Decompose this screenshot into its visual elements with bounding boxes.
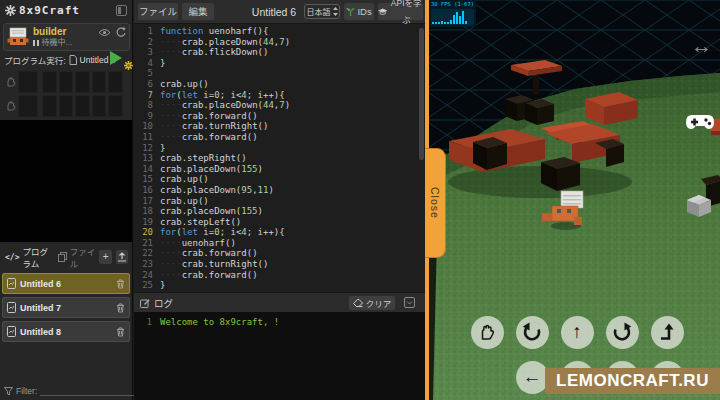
logo-row: 8x9Craft	[0, 0, 132, 21]
close-panel-tab[interactable]: Close	[425, 148, 446, 258]
inventory-slot[interactable]	[42, 71, 57, 93]
menu-file-button[interactable]: ファイル	[138, 3, 178, 20]
language-select[interactable]: 日本語	[304, 4, 340, 19]
inventory-hand-slot[interactable]	[18, 71, 38, 93]
blocks-box-icon[interactable]	[686, 194, 712, 218]
menu-edit-button[interactable]: 編集	[182, 3, 214, 20]
line-number: 9	[134, 111, 160, 122]
funnel-icon	[4, 387, 13, 396]
inventory-hand-slot[interactable]	[18, 95, 38, 117]
clear-log-button[interactable]: クリア	[349, 296, 395, 310]
run-label: プログラム実行:	[4, 54, 66, 66]
rotate-cw-icon	[612, 322, 632, 342]
add-program-button[interactable]: +	[99, 250, 111, 264]
move-left-button[interactable]: ←	[516, 361, 549, 394]
code-icon: </>	[5, 253, 19, 262]
line-number: 5	[134, 68, 160, 79]
app-logo: 8x9Craft	[19, 4, 80, 17]
character-name: builder	[33, 26, 72, 37]
code-line: 15crab.up()	[134, 174, 425, 185]
inventory-slot[interactable]	[108, 71, 123, 93]
code-line: 12}	[134, 143, 425, 154]
log-edit-icon	[140, 298, 150, 308]
inventory-slot[interactable]	[59, 71, 74, 93]
code-line: 5	[134, 68, 425, 79]
line-number: 11	[134, 132, 160, 143]
inventory-slot[interactable]	[75, 71, 90, 93]
seedling-icon	[346, 7, 355, 17]
line-number: 19	[134, 217, 160, 228]
code-line: 11····crab.forward()	[134, 132, 425, 143]
code-line: 17crab.up()	[134, 196, 425, 207]
program-list-item[interactable]: Untitled 8	[2, 321, 130, 342]
code-line: 22····crab.forward()	[134, 248, 425, 259]
line-number: 3	[134, 47, 160, 58]
fps-graph	[431, 9, 474, 25]
code-editor[interactable]: 1function uenoharf(){2····crab.placeDown…	[134, 24, 425, 292]
rotate-ccw-icon	[522, 322, 542, 342]
programs-panel: </> プログラム ファイル + Untitled 6Untitled 7Unt…	[0, 242, 132, 400]
inventory-slot[interactable]	[75, 95, 90, 117]
bent-arrow-up-icon	[658, 323, 676, 341]
hand-slot-icon	[4, 100, 18, 112]
inventory-slot[interactable]	[42, 95, 57, 117]
code-line: 21····uenoharf()	[134, 238, 425, 249]
learn-api-button[interactable]: APIを学ぶ	[378, 3, 423, 20]
program-name: Untitled 6	[20, 279, 61, 289]
line-number: 4	[134, 58, 160, 69]
ids-button[interactable]: IDs	[344, 3, 374, 20]
run-program-button[interactable]	[110, 51, 122, 65]
code-lines: 1function uenoharf(){2····crab.placeDown…	[134, 26, 425, 291]
hand-slot-icon	[4, 76, 18, 88]
line-number: 10	[134, 121, 160, 132]
inventory-slot[interactable]	[59, 95, 74, 117]
sidebar-toggle-button[interactable]	[116, 5, 127, 16]
program-name: Untitled 7	[20, 303, 61, 313]
tab-files[interactable]: ファイル	[58, 245, 96, 269]
delete-program-button[interactable]	[116, 327, 125, 337]
program-list-item[interactable]: Untitled 7	[2, 297, 130, 318]
document-icon	[69, 55, 77, 65]
program-file-icon	[7, 278, 16, 289]
pan-hand-button[interactable]	[471, 316, 504, 349]
gamepad-icon[interactable]	[685, 112, 715, 132]
log-collapse-button[interactable]	[404, 297, 415, 308]
editor-title: Untitled 6	[234, 0, 314, 24]
pause-icon	[33, 40, 39, 46]
code-line: 24····crab.forward()	[134, 270, 425, 281]
move-forward-button[interactable]: ↑	[561, 316, 594, 349]
editor-column: ファイル 編集 Untitled 6 日本語 IDs APIを学ぶ 1funct…	[134, 0, 425, 400]
rotate-ccw-button[interactable]	[516, 316, 549, 349]
inventory-slot[interactable]	[92, 95, 107, 117]
line-number: 20	[134, 227, 160, 238]
line-number: 12	[134, 143, 160, 154]
tab-programs[interactable]: </> プログラム	[5, 245, 54, 269]
line-number: 6	[134, 79, 160, 90]
code-line: 18crab.placeDown(155)	[134, 206, 425, 217]
upload-program-button[interactable]	[116, 250, 128, 264]
rotate-cw-button[interactable]	[606, 316, 639, 349]
visibility-eye-icon[interactable]	[98, 28, 111, 37]
inventory-slot[interactable]	[108, 95, 123, 117]
program-list-item[interactable]: Untitled 6	[2, 273, 130, 294]
code-line: 13crab.stepRight()	[134, 153, 425, 164]
line-number: 24	[134, 270, 160, 281]
delete-program-button[interactable]	[116, 303, 125, 313]
editor-scrollbar[interactable]	[419, 28, 424, 160]
line-number: 2	[134, 37, 160, 48]
code-line: 16crab.placeDown(95,11)	[134, 185, 425, 196]
code-line: 25}	[134, 280, 425, 291]
log-title: ログ	[154, 296, 173, 310]
refresh-icon[interactable]	[116, 27, 126, 37]
step-up-button[interactable]	[651, 316, 684, 349]
crab-avatar	[7, 26, 29, 48]
code-line: 2····crab.placeDown(44,7)	[134, 37, 425, 48]
sidebar: 8x9Craft builder 待機中...	[0, 0, 133, 400]
resize-horizontal-icon[interactable]: ↔	[691, 34, 712, 58]
code-line: 8····crab.placeDown(44,7)	[134, 100, 425, 111]
delete-program-button[interactable]	[116, 279, 125, 289]
character-card: builder 待機中...	[3, 23, 130, 51]
line-number: 17	[134, 196, 160, 207]
inventory-slot[interactable]	[92, 71, 107, 93]
fps-text: 30 FPS (1-67)	[431, 1, 474, 8]
